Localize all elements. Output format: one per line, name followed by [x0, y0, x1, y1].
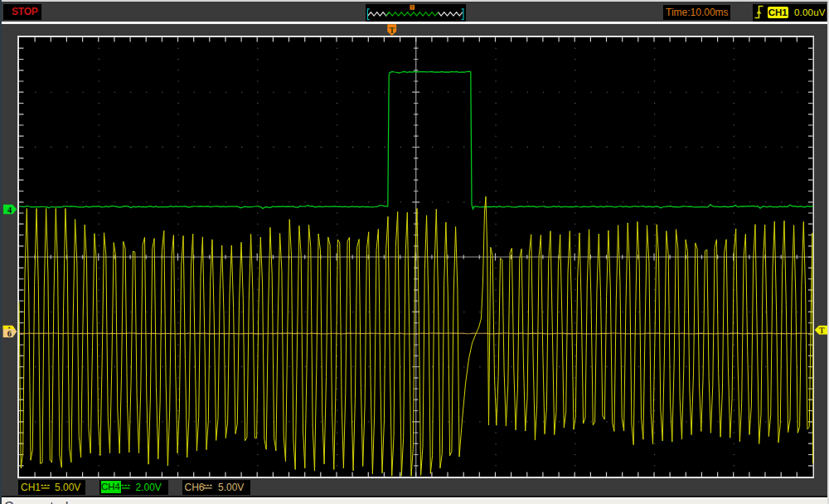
- svg-text:6: 6: [7, 329, 12, 338]
- svg-text:T: T: [390, 26, 395, 35]
- svg-text:4: 4: [7, 206, 12, 215]
- svg-text:T: T: [819, 326, 825, 335]
